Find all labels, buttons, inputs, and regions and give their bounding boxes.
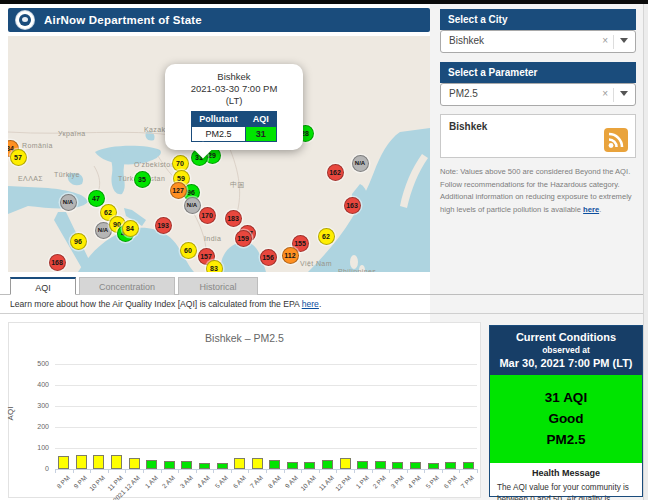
aqi-marker[interactable]: N/A [60, 194, 77, 211]
aqi-marker[interactable]: 83 [206, 260, 223, 273]
aqi-marker[interactable]: 170 [199, 207, 216, 224]
map-country-label: Việt Nam [300, 260, 332, 267]
city-select[interactable]: Bishkek × [440, 30, 636, 53]
note-here-link[interactable]: here [583, 205, 599, 214]
aqi-marker[interactable]: 162 [327, 164, 344, 181]
chart-bar[interactable] [463, 462, 474, 469]
aqi-value: 31 AQI [490, 388, 642, 409]
chart-bar[interactable] [58, 456, 69, 469]
chart-bar[interactable] [445, 462, 456, 469]
chart-bar[interactable] [375, 461, 386, 469]
parameter-select-value: PM2.5 [449, 88, 478, 99]
aqi-marker[interactable]: N/A [184, 197, 201, 214]
chart-x-tick-mark [196, 469, 197, 473]
aqi-marker[interactable]: 159 [235, 230, 252, 247]
health-message-title: Health Message [490, 468, 642, 478]
aqi-marker[interactable]: 193 [155, 217, 172, 234]
map-country-label: Türkiye [54, 171, 80, 178]
popup-datetime: 2021-03-30 7:00 PM [170, 83, 298, 95]
aqi-marker[interactable]: 35 [134, 171, 151, 188]
aqi-marker[interactable]: 47 [88, 190, 105, 207]
chart-gridline [55, 385, 477, 386]
aqi-marker[interactable]: 112 [282, 247, 299, 264]
current-conditions-panel: Current Conditions observed at Mar 30, 2… [489, 325, 643, 497]
chart-x-tick-mark [372, 469, 373, 473]
chart-x-tick-mark [266, 469, 267, 473]
chart-bar[interactable] [269, 460, 280, 469]
chart-x-tick-mark [336, 469, 337, 473]
chart-bar[interactable] [199, 463, 210, 469]
aqi-marker[interactable]: 163 [344, 197, 361, 214]
aqi-marker[interactable]: 84 [122, 220, 139, 237]
city-chevron-down-icon[interactable] [620, 38, 628, 43]
aqi-marker[interactable]: 57 [10, 149, 27, 166]
chart-bar[interactable] [287, 462, 298, 469]
chart-x-tick-mark [161, 469, 162, 473]
chart-bar[interactable] [234, 458, 245, 469]
chart-x-tick-mark [248, 469, 249, 473]
chart-x-tick-mark [284, 469, 285, 473]
current-conditions-header: Current Conditions observed at Mar 30, 2… [490, 326, 642, 375]
aqi-marker[interactable]: 96 [70, 233, 87, 250]
aqi-marker[interactable]: 60 [180, 242, 197, 259]
parameter-clear-icon[interactable]: × [602, 88, 608, 99]
chart-bar[interactable] [217, 463, 228, 469]
section-divider [0, 313, 643, 314]
aqi-marker[interactable]: 156 [260, 249, 277, 266]
chart-x-tick-mark [143, 469, 144, 473]
aqi-marker[interactable]: 62 [318, 228, 335, 245]
tab-bar: AQI Concentration Historical [10, 277, 258, 295]
aqi-world-map[interactable]: 8457168N/A964762N/A90478435705996127N/A2… [8, 36, 430, 272]
observed-at-label: observed at [492, 345, 640, 355]
map-popup: Bishkek 2021-03-30 7:00 PM (LT) Pollutan… [165, 64, 303, 150]
learn-more-text: Learn more about how the Air Quality Ind… [10, 299, 321, 309]
select-city-header: Select a City [440, 9, 636, 30]
aqi-marker[interactable]: 70 [172, 155, 189, 172]
aqi-marker[interactable]: 127 [170, 182, 187, 199]
chart-bar[interactable] [164, 461, 175, 469]
map-country-label: India [204, 235, 221, 242]
chart-x-tick-mark [73, 469, 74, 473]
city-clear-icon[interactable]: × [602, 35, 608, 46]
chart-bar[interactable] [428, 463, 439, 469]
chart-x-tick-mark [213, 469, 214, 473]
rss-feed-icon[interactable] [604, 128, 628, 152]
chart-bar[interactable] [410, 462, 421, 469]
parameter-chevron-down-icon[interactable] [620, 91, 628, 96]
page-scrollbar[interactable] [643, 4, 648, 500]
aqi-marker[interactable]: 168 [49, 254, 66, 271]
parameter-select[interactable]: PM2.5 × [440, 83, 636, 106]
chart-x-tick-mark [424, 469, 425, 473]
chart-bar[interactable] [146, 460, 157, 469]
popup-pollutant-value: PM2.5 [192, 126, 246, 141]
chart-bar[interactable] [111, 455, 122, 469]
aqi-marker[interactable]: 183 [225, 210, 242, 227]
chart-bar[interactable] [304, 462, 315, 469]
chart-bar[interactable] [93, 455, 104, 469]
aqi-category: Good [490, 409, 642, 430]
map-country-label: ΕΛΛΑΣ [18, 175, 43, 182]
tab-concentration[interactable]: Concentration [79, 277, 175, 295]
learn-more-here-link[interactable]: here [302, 299, 319, 309]
health-message-text: The AQI value for your community is betw… [490, 478, 642, 500]
chart-x-tick-mark [459, 469, 460, 473]
tab-aqi[interactable]: AQI [10, 277, 76, 295]
map-country-label: România [22, 142, 53, 149]
chart-x-tick-mark [55, 469, 56, 473]
app-header: AirNow Department of State [8, 8, 430, 32]
chart-bar[interactable] [181, 461, 192, 469]
chart-bar[interactable] [322, 460, 333, 469]
chart-bar[interactable] [357, 461, 368, 469]
department-of-state-seal-icon [16, 11, 34, 29]
app-title: AirNow Department of State [44, 14, 202, 26]
aqi-marker[interactable]: N/A [352, 155, 369, 172]
chart-bar[interactable] [76, 455, 87, 469]
chart-bar[interactable] [252, 458, 263, 469]
chart-bar[interactable] [392, 462, 403, 469]
popup-col-aqi: AQI [245, 111, 276, 126]
aqi-history-chart: Bishkek – PM2.5 AQI 01002003004005008 PM… [8, 322, 481, 498]
chart-bar[interactable] [129, 458, 140, 469]
feed-city-title: Bishkek [449, 121, 487, 132]
tab-historical[interactable]: Historical [178, 277, 258, 295]
chart-bar[interactable] [340, 458, 351, 469]
